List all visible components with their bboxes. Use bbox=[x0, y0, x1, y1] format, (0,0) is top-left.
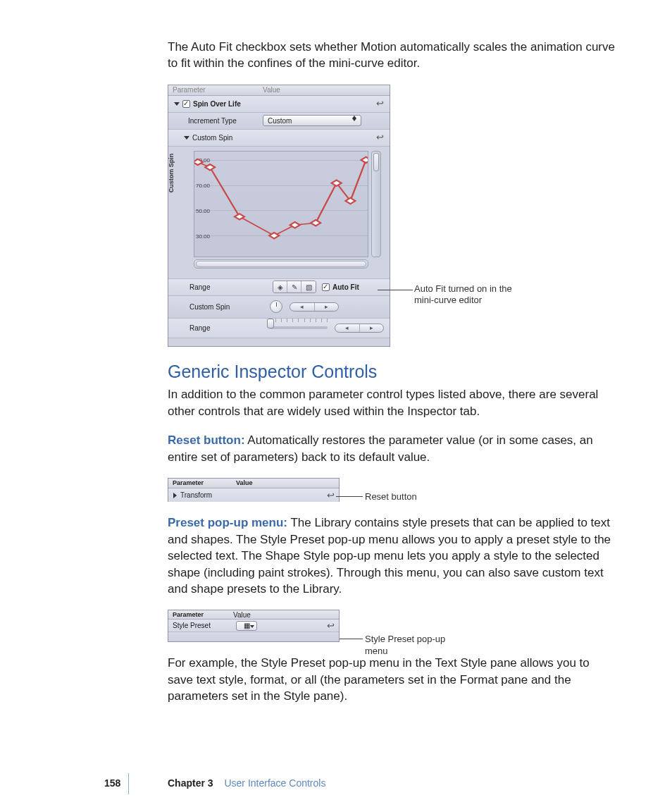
row-label: Range bbox=[168, 324, 259, 333]
stepper-right-icon[interactable]: ▸ bbox=[315, 303, 339, 311]
y-axis-label: Custom Spin bbox=[167, 154, 175, 193]
rotation-dial[interactable] bbox=[270, 300, 282, 313]
reset-icon[interactable]: ↩ bbox=[327, 489, 335, 502]
tool-add-keyframe-icon[interactable]: ◈ bbox=[273, 281, 287, 292]
stepper-left-icon[interactable]: ◂ bbox=[290, 303, 315, 311]
inspector-reset-panel: Parameter Value Transform ↩ bbox=[168, 478, 340, 502]
figure-mini-curve-editor: Parameter Value Spin Over Life ↩ Increme… bbox=[168, 85, 616, 347]
auto-fit-checkbox[interactable] bbox=[322, 283, 330, 291]
increment-type-popup[interactable]: Custom bbox=[263, 115, 361, 126]
svg-rect-3 bbox=[269, 233, 279, 238]
figure-style-preset: Parameter Value Style Preset ▦ ↩ Style P… bbox=[168, 610, 616, 642]
paragraph: In addition to the common parameter cont… bbox=[168, 386, 616, 419]
value-stepper[interactable]: ◂▸ bbox=[335, 324, 384, 333]
disclosure-triangle-icon[interactable] bbox=[173, 493, 177, 498]
vertical-scrollbar[interactable] bbox=[371, 151, 381, 257]
stepper-right-icon[interactable]: ▸ bbox=[360, 324, 384, 332]
disclosure-triangle-icon[interactable] bbox=[174, 102, 180, 106]
paragraph-reset: Reset button: Automatically restores the… bbox=[168, 432, 616, 465]
column-header-parameter: Parameter bbox=[168, 479, 233, 488]
paragraph-example: For example, the Style Preset pop-up men… bbox=[168, 655, 616, 704]
column-header-value: Value bbox=[233, 479, 253, 488]
term-preset-popup: Preset pop-up menu: bbox=[168, 516, 287, 529]
reset-icon[interactable]: ↩ bbox=[327, 620, 335, 632]
row-increment-type: Increment Type Custom bbox=[168, 113, 390, 130]
column-header-value: Value bbox=[259, 85, 280, 95]
enable-checkbox[interactable] bbox=[182, 100, 190, 108]
callout-style-preset: Style Preset pop-upmenu bbox=[365, 634, 445, 657]
inspector-preset-panel: Parameter Value Style Preset ▦ ↩ bbox=[168, 610, 340, 642]
chapter-title: User Interface Controls bbox=[224, 777, 325, 789]
page-number: 158 bbox=[104, 777, 120, 789]
chapter-label: Chapter 3 bbox=[168, 777, 213, 789]
keyframes[interactable] bbox=[194, 152, 368, 257]
svg-rect-5 bbox=[311, 220, 321, 226]
svg-rect-1 bbox=[205, 164, 215, 170]
style-preset-popup[interactable]: ▦ bbox=[236, 621, 257, 631]
row-blank bbox=[168, 632, 339, 641]
row-label: Transform bbox=[180, 491, 212, 500]
figure-reset-button: Parameter Value Transform ↩ Reset button bbox=[168, 478, 616, 502]
row-label: Custom Spin bbox=[192, 133, 232, 143]
row-label: Style Preset bbox=[168, 621, 233, 631]
inspector-panel: Parameter Value Spin Over Life ↩ Increme… bbox=[168, 85, 390, 347]
column-header-parameter: Parameter bbox=[168, 610, 233, 619]
section-heading: Generic Inspector Controls bbox=[168, 359, 616, 384]
stepper-left-icon[interactable]: ◂ bbox=[335, 324, 360, 332]
svg-rect-7 bbox=[345, 198, 355, 204]
svg-rect-0 bbox=[194, 159, 203, 165]
curve-tool-buttons[interactable]: ◈ ✎ ▧ bbox=[273, 281, 316, 293]
callout-reset: Reset button bbox=[365, 491, 417, 503]
auto-fit-label: Auto Fit bbox=[332, 283, 359, 292]
row-spin-over-life[interactable]: Spin Over Life ↩ bbox=[168, 96, 390, 113]
row-custom-spin-value: Custom Spin ◂▸ bbox=[168, 296, 390, 319]
reset-icon[interactable]: ↩ bbox=[376, 131, 384, 144]
tool-snapshot-icon[interactable]: ▧ bbox=[301, 281, 316, 292]
tool-edit-icon[interactable]: ✎ bbox=[287, 281, 301, 292]
curve-plot-area[interactable]: 90.00 70.00 50.00 30.00 bbox=[194, 151, 368, 257]
column-header-row: Parameter Value bbox=[168, 85, 390, 96]
column-header-value: Value bbox=[233, 610, 251, 619]
row-label: Spin Over Life bbox=[193, 99, 241, 109]
disclosure-triangle-icon[interactable] bbox=[184, 136, 189, 140]
mini-curve-editor[interactable]: Custom Spin 90.00 70.00 50.00 30.00 bbox=[168, 147, 390, 279]
term-reset-button: Reset button: bbox=[168, 433, 245, 447]
svg-rect-2 bbox=[235, 214, 244, 219]
row-label: Range bbox=[168, 283, 259, 292]
svg-rect-6 bbox=[332, 180, 342, 185]
horizontal-scrollbar[interactable] bbox=[194, 259, 368, 269]
row-custom-spin[interactable]: Custom Spin ↩ bbox=[168, 130, 390, 147]
footer-rule bbox=[128, 773, 129, 794]
callout-auto-fit: Auto Fit turned on in themini-curve edit… bbox=[414, 283, 512, 307]
slider-knob[interactable] bbox=[267, 319, 274, 328]
range-slider[interactable] bbox=[270, 322, 328, 333]
reset-icon[interactable]: ↩ bbox=[376, 97, 384, 110]
row-transform[interactable]: Transform ↩ bbox=[168, 488, 339, 502]
intro-paragraph: The Auto Fit checkbox sets whether Motio… bbox=[168, 39, 616, 72]
row-range-toolbar: Range ◈ ✎ ▧ Auto Fit bbox=[168, 279, 390, 296]
row-style-preset: Style Preset ▦ ↩ bbox=[168, 620, 339, 632]
row-label: Increment Type bbox=[168, 116, 259, 126]
popup-value: Custom bbox=[268, 116, 292, 126]
row-range-value: Range ◂▸ bbox=[168, 319, 390, 338]
paragraph-preset: Preset pop-up menu: The Library contains… bbox=[168, 515, 616, 597]
svg-rect-8 bbox=[361, 157, 368, 163]
column-header-parameter: Parameter bbox=[168, 85, 259, 95]
value-stepper[interactable]: ◂▸ bbox=[290, 302, 339, 312]
svg-rect-4 bbox=[290, 222, 300, 228]
row-label: Custom Spin bbox=[168, 302, 259, 312]
